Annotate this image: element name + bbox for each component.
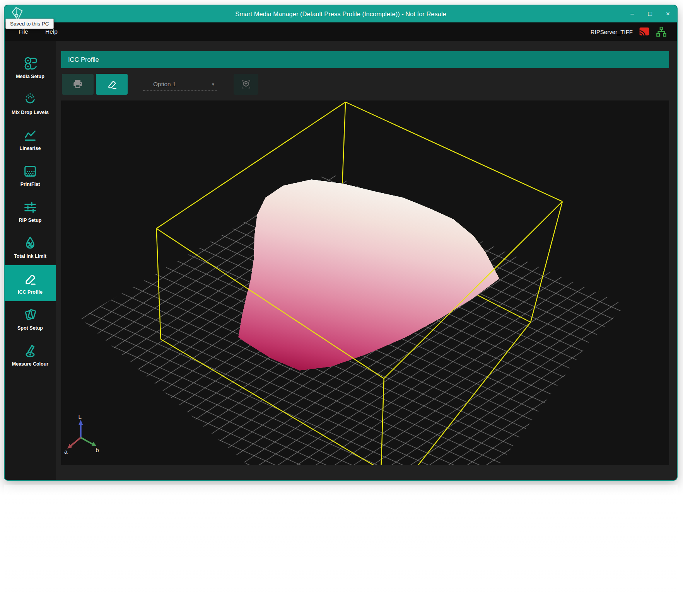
- sidebar-item-total-ink-limit[interactable]: Total Ink Limit: [5, 229, 56, 265]
- toolbar: Option 1 ▾: [61, 73, 669, 95]
- cube-3d-icon: [240, 78, 252, 90]
- axis-label-b: b: [96, 447, 99, 453]
- sidebar-item-label: Measure Colour: [12, 361, 48, 367]
- main-area: Media Setup Mix Drop Levels: [5, 41, 677, 480]
- menu-help[interactable]: Help: [45, 28, 58, 35]
- scene-background: [60, 608, 670, 615]
- network-icon[interactable]: [656, 26, 667, 37]
- sidebar-item-media-setup[interactable]: Media Setup: [5, 49, 56, 85]
- sidebar-item-measure-colour[interactable]: Measure Colour: [5, 337, 56, 373]
- reflection-fade-overlay: [4, 485, 678, 615]
- menubar: File Help RIPServer_TIFF: [5, 22, 677, 41]
- sidebar-item-spot-setup[interactable]: Spot Setup: [5, 301, 56, 337]
- linearise-icon: [22, 128, 38, 143]
- spot-setup-icon: [22, 307, 38, 323]
- gamut-3d-viewport: L a b: [60, 608, 670, 615]
- printer-icon: [72, 79, 83, 90]
- window-title: Smart Media Manager (Default Press Profi…: [5, 10, 677, 18]
- content-area: ICC Profile: [56, 41, 677, 480]
- mix-drop-levels-icon: [22, 92, 38, 107]
- lab-cube-wireframe: [156, 608, 563, 615]
- sidebar-item-rip-setup[interactable]: RIP Setup: [5, 193, 56, 229]
- axis-label-a: a: [64, 448, 68, 455]
- profile-option-select[interactable]: Option 1 ▾: [143, 78, 217, 91]
- content-area: ICC Profile: [55, 593, 678, 615]
- profile-option-value: Option 1: [153, 81, 176, 88]
- sidebar-item-label: ICC Profile: [18, 289, 43, 295]
- sidebar-item-label: Mix Drop Levels: [12, 110, 49, 115]
- app-window: Smart Media Manager (Default Press Profi…: [4, 485, 678, 615]
- sidebar-item-linearise[interactable]: Linearise: [5, 121, 56, 157]
- cast-icon[interactable]: [639, 27, 650, 37]
- floor-grid: [60, 608, 670, 615]
- sidebar-item-measure-colour: Measure Colour: [4, 593, 55, 615]
- titlebar: Smart Media Manager (Default Press Profi…: [5, 5, 677, 22]
- server-status-area: RIPServer_TIFF: [591, 26, 667, 37]
- media-setup-icon: [22, 56, 38, 71]
- sidebar-item-label: RIP Setup: [19, 218, 42, 223]
- print-button[interactable]: [62, 74, 94, 95]
- menu-file[interactable]: File: [19, 28, 28, 35]
- sidebar-item-printflat[interactable]: PrintFlat: [5, 157, 56, 193]
- total-ink-limit-icon: [22, 235, 38, 251]
- sidebar-item-icc-profile[interactable]: ICC Profile: [5, 265, 56, 301]
- server-name-label: RIPServer_TIFF: [591, 29, 633, 35]
- gamut-3d-scene: L a b: [60, 608, 670, 615]
- panel-header: ICC Profile: [61, 51, 669, 68]
- sidebar-item-label: Spot Setup: [17, 325, 43, 331]
- eraser-icon: [106, 78, 118, 90]
- sidebar-item-label: Linearise: [20, 146, 41, 151]
- sidebar: Media Setup Mix Drop Levels: [4, 593, 55, 615]
- desktop-background: Smart Media Manager (Default Press Profi…: [0, 0, 683, 616]
- edit-profile-button[interactable]: [96, 74, 128, 95]
- sidebar-item-label: Total Ink Limit: [14, 254, 46, 259]
- view-3d-button[interactable]: [234, 74, 258, 95]
- icc-profile-icon: [22, 271, 38, 287]
- gamut-3d-scene: L a b: [61, 100, 669, 465]
- sidebar: Media Setup Mix Drop Levels: [5, 41, 56, 480]
- window-reflection: Smart Media Manager (Default Press Profi…: [4, 485, 678, 615]
- app-window: Smart Media Manager (Default Press Profi…: [4, 5, 678, 481]
- page-title: ICC Profile: [68, 56, 99, 63]
- gamut-3d-viewport[interactable]: L a b: [61, 100, 669, 465]
- rip-setup-icon: [22, 199, 38, 215]
- printflat-icon: [22, 163, 38, 179]
- sidebar-item-label: Media Setup: [16, 74, 44, 79]
- measure-colour-icon: [22, 343, 38, 359]
- saved-to-pc-tooltip: Saved to this PC: [5, 19, 54, 29]
- sidebar-item-mix-drop-levels[interactable]: Mix Drop Levels: [5, 85, 56, 121]
- measure-colour-icon: [22, 607, 37, 615]
- sidebar-item-label: Measure Colour: [11, 599, 48, 605]
- chevron-down-icon: ▾: [212, 82, 214, 87]
- main-area: Media Setup Mix Drop Levels: [4, 593, 678, 615]
- sidebar-item-label: PrintFlat: [20, 182, 40, 187]
- axis-label-l: L: [79, 414, 82, 420]
